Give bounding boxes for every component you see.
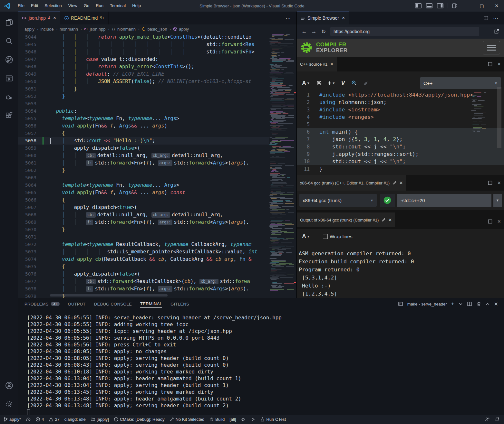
tab-json-hpp[interactable]: C+ json.hpp 4 × (18, 12, 60, 24)
notifications[interactable] (495, 417, 499, 422)
language-select[interactable]: C++▼ (420, 77, 501, 89)
reload-icon[interactable]: ↻ (319, 28, 328, 35)
url-input[interactable]: https://godbolt.org (330, 27, 479, 36)
run-ctest[interactable]: Run CTest (260, 417, 286, 422)
extensions-icon[interactable] (1, 108, 17, 124)
maximize-pane-icon[interactable] (488, 180, 493, 185)
quick-bench-icon[interactable] (363, 80, 369, 86)
warning-count[interactable]: 27 (49, 417, 59, 422)
breadcrumb-item-include[interactable]: include (40, 27, 53, 32)
close-panel-icon[interactable]: ✕ (494, 301, 498, 307)
output-tab[interactable]: Output of x86-64 gcc (trunk) (Compiler #… (297, 212, 395, 227)
menu-selection[interactable]: Selection (41, 0, 65, 12)
close-pane-icon[interactable]: × (497, 180, 501, 186)
code-editor[interactable]: 5044 │ │ │ return apply_make_tuple<Const… (18, 33, 296, 298)
close-icon[interactable]: × (342, 15, 345, 21)
cmake-folder[interactable]: [apply] (91, 417, 109, 422)
debug-icon[interactable] (1, 89, 17, 105)
test-window-icon[interactable] (1, 70, 17, 86)
font-size-button[interactable]: A▼ (302, 80, 310, 87)
more-actions-icon[interactable]: ⋯ (493, 15, 499, 21)
close-pane-icon[interactable]: × (497, 219, 501, 224)
cmake-kit[interactable]: No Kit Selected (170, 417, 205, 422)
toggle-sidebar-icon[interactable] (415, 3, 422, 8)
forward-icon[interactable]: → (309, 28, 319, 35)
cmake-debug[interactable] (241, 417, 246, 422)
cmake-launch[interactable] (250, 417, 255, 422)
error-count[interactable]: 4 (35, 417, 44, 422)
cmake-build[interactable]: Build (209, 417, 225, 422)
menu-edit[interactable]: Edit (28, 0, 41, 12)
customize-layout-icon[interactable] (452, 3, 457, 8)
open-external-icon[interactable] (494, 29, 499, 34)
close-pane-icon[interactable]: × (497, 61, 501, 67)
breadcrumb-item-nlohmann[interactable]: nlohmann (60, 27, 78, 32)
compiler-options-input[interactable]: -std=c++20 (397, 194, 491, 207)
scm-icon[interactable] (1, 52, 17, 68)
compiler-tab[interactable]: x86-64 gcc (trunk) (C++, Editor #1, Comp… (297, 175, 406, 191)
minimize-button[interactable]: ─ (460, 0, 474, 12)
cmake-target[interactable]: [all] (229, 417, 236, 422)
new-terminal-icon[interactable]: + (451, 301, 454, 307)
breadcrumb-item-apply[interactable]: apply (24, 27, 34, 32)
feedback[interactable] (485, 417, 489, 422)
close-button[interactable]: ✕ (489, 0, 504, 12)
git-branch-status[interactable]: apply* (3, 417, 21, 422)
split-editor-icon[interactable] (483, 15, 489, 21)
hamburger-menu-icon[interactable] (483, 41, 500, 54)
breadcrumb-item-nlohmann[interactable]: {}nlohmann (111, 27, 136, 32)
tab-readme-md[interactable]: README.md 9+ (60, 12, 109, 24)
compiler-select[interactable]: x86-64 gcc (trunk)▼ (299, 194, 377, 207)
close-icon[interactable]: × (53, 15, 56, 21)
menu-run[interactable]: Run (92, 0, 107, 12)
ce-minimap[interactable] (470, 92, 486, 132)
toggle-panel-icon[interactable] (426, 3, 432, 8)
save-icon[interactable] (316, 80, 322, 86)
publish-status[interactable] (26, 417, 31, 422)
search-icon[interactable] (1, 33, 17, 49)
files-icon[interactable] (1, 14, 17, 30)
editor-more-actions-icon[interactable]: ⋯ (286, 12, 296, 24)
horizontal-scrollbar[interactable] (50, 294, 168, 297)
add-pane-button[interactable]: +▼ (328, 80, 335, 87)
vim-mode-icon[interactable]: V (341, 80, 345, 87)
ce-scrollbar[interactable] (497, 87, 501, 148)
panel-tab-problems[interactable]: PROBLEMS31 (24, 300, 60, 308)
minimap[interactable] (269, 33, 294, 295)
menu-terminal[interactable]: Terminal (107, 0, 129, 12)
options-dropdown-icon[interactable]: ▼ (493, 194, 502, 207)
edit-title-icon[interactable] (381, 218, 386, 222)
panel-tab-gitlens[interactable]: GITLENS (170, 300, 189, 308)
close-icon[interactable]: × (388, 217, 392, 223)
split-terminal-icon[interactable] (467, 301, 472, 306)
clangd-status[interactable]: clangd: idle (64, 417, 86, 422)
back-icon[interactable]: ← (299, 28, 309, 35)
maximize-button[interactable]: ▢ (474, 0, 489, 12)
font-size-button[interactable]: A▼ (302, 233, 310, 240)
close-icon[interactable]: × (399, 180, 403, 186)
terminal-title[interactable]: make - serve_header (407, 302, 447, 306)
source-tab[interactable]: C++ source #1 × (297, 57, 337, 71)
terminal-dropdown-icon[interactable] (459, 302, 463, 306)
menu-view[interactable]: View (65, 0, 81, 12)
settings-gear-icon[interactable] (1, 396, 17, 412)
cmake-status[interactable]: CMake: [Debug]: Ready (114, 417, 165, 422)
terminal-output[interactable]: [2022-04-30 06:05:55] INFO: serve_header… (27, 314, 501, 415)
account-icon[interactable] (1, 377, 17, 393)
toggle-secondary-sidebar-icon[interactable] (437, 3, 443, 8)
wrap-lines-checkbox[interactable] (323, 234, 328, 239)
breadcrumb-item-apply[interactable]: apply (173, 27, 189, 32)
panel-tab-debug-console[interactable]: DEBUG CONSOLE (94, 300, 132, 308)
menu-help[interactable]: Help (129, 0, 144, 12)
tab-simple-browser[interactable]: Simple Browser × (297, 12, 349, 24)
menu-go[interactable]: Go (81, 0, 92, 12)
edit-title-icon[interactable] (392, 181, 397, 185)
close-icon[interactable]: × (330, 61, 334, 67)
panel-tab-terminal[interactable]: TERMINAL (140, 300, 162, 308)
cpp-insights-icon[interactable] (351, 80, 357, 86)
maximize-pane-icon[interactable] (488, 219, 493, 224)
panel-tab-output[interactable]: OUTPUT (68, 300, 86, 308)
menu-file[interactable]: File (15, 0, 28, 12)
maximize-panel-icon[interactable] (486, 302, 490, 306)
breadcrumb-item-json-hpp[interactable]: C+json.hpp (84, 27, 105, 32)
